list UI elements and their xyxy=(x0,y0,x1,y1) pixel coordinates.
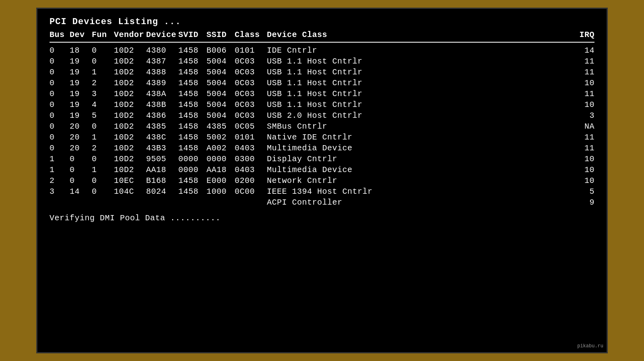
cell-dev: 0 xyxy=(70,154,92,164)
cell-devclass: USB 1.1 Host Cntrlr xyxy=(267,89,570,98)
header-devclass: Device Class xyxy=(267,30,570,39)
cell-fun xyxy=(92,198,114,207)
cell-ssid: 1000 xyxy=(206,187,235,196)
table-row: 020110D2438C145850020101Native IDE Cntrl… xyxy=(50,132,594,143)
cell-class: 0403 xyxy=(235,165,267,174)
cell-fun: 0 xyxy=(92,154,114,164)
cell-vendor: 104C xyxy=(114,187,146,196)
cell-ssid: AA18 xyxy=(206,165,235,174)
cell-ssid: 5004 xyxy=(206,57,235,66)
cell-ssid: E000 xyxy=(206,176,235,185)
cell-ssid: A002 xyxy=(206,144,235,153)
cell-dev: 19 xyxy=(70,111,92,120)
cell-bus: 0 xyxy=(50,46,70,55)
cell-svid: 1458 xyxy=(178,100,206,109)
cell-irq: 5 xyxy=(570,187,594,196)
cell-fun: 0 xyxy=(92,176,114,185)
screen-title: PCI Devices Listing ... xyxy=(50,17,594,27)
table-row: 019410D2438B145850040C03USB 1.1 Host Cnt… xyxy=(50,99,594,110)
cell-ssid: 5004 xyxy=(206,78,235,88)
cell-devclass: Multimedia Device xyxy=(267,144,570,153)
cell-bus: 0 xyxy=(50,111,70,120)
cell-fun: 4 xyxy=(92,100,114,109)
cell-svid: 1458 xyxy=(178,78,206,88)
cell-ssid: 5004 xyxy=(206,111,235,120)
cell-vendor: 10D2 xyxy=(114,154,146,164)
cell-device: 4388 xyxy=(146,68,178,77)
cell-ssid: 5004 xyxy=(206,100,235,109)
cell-bus: 1 xyxy=(50,165,70,174)
cell-class: 0101 xyxy=(235,46,267,55)
cell-irq: 11 xyxy=(570,89,594,98)
cell-svid: 1458 xyxy=(178,187,206,196)
cell-dev: 20 xyxy=(70,144,92,153)
cell-class: 0C03 xyxy=(235,89,267,98)
cell-fun: 3 xyxy=(92,89,114,98)
cell-device: AA18 xyxy=(146,165,178,174)
cell-fun: 0 xyxy=(92,46,114,55)
cell-svid: 1458 xyxy=(178,144,206,153)
cell-devclass: USB 1.1 Host Cntrlr xyxy=(267,57,570,66)
cell-dev: 20 xyxy=(70,122,92,131)
cell-irq: 10 xyxy=(570,78,594,88)
cell-fun: 1 xyxy=(92,133,114,142)
cell-class: 0C03 xyxy=(235,111,267,120)
cell-ssid xyxy=(206,198,235,207)
cell-dev: 14 xyxy=(70,187,92,196)
cell-devclass: SMBus Cntrlr xyxy=(267,122,570,131)
cell-dev: 19 xyxy=(70,57,92,66)
cell-irq: 11 xyxy=(570,68,594,77)
cell-irq: 11 xyxy=(570,133,594,142)
cell-bus: 3 xyxy=(50,187,70,196)
cell-vendor: 10D2 xyxy=(114,46,146,55)
header-irq: IRQ xyxy=(570,30,594,39)
cell-dev: 20 xyxy=(70,133,92,142)
table-row: 020010D24385145843850C05SMBus CntrlrNA xyxy=(50,121,594,132)
table-row: 10110D2AA180000AA180403Multimedia Device… xyxy=(50,164,594,175)
cell-vendor: 10D2 xyxy=(114,68,146,77)
cell-dev: 0 xyxy=(70,176,92,185)
cell-fun: 2 xyxy=(92,144,114,153)
cell-dev: 19 xyxy=(70,89,92,98)
header-fun: Fun xyxy=(92,30,114,39)
cell-devclass: ACPI Controller xyxy=(267,198,570,207)
cell-class: 0403 xyxy=(235,144,267,153)
cell-vendor: 10D2 xyxy=(114,133,146,142)
header-dev: Dev xyxy=(70,30,92,39)
cell-class: 0300 xyxy=(235,154,267,164)
footer-text: Verifying DMI Pool Data .......... xyxy=(50,213,594,223)
cell-class: 0C00 xyxy=(235,187,267,196)
table-header: Bus Dev Fun Vendor Device SVID SSID Clas… xyxy=(50,30,594,43)
cell-bus: 0 xyxy=(50,122,70,131)
cell-devclass: USB 2.0 Host Cntrlr xyxy=(267,111,570,120)
cell-svid: 1458 xyxy=(178,89,206,98)
cell-vendor: 10D2 xyxy=(114,57,146,66)
cell-vendor: 10D2 xyxy=(114,78,146,88)
cell-irq: 10 xyxy=(570,154,594,164)
cell-irq: 10 xyxy=(570,165,594,174)
cell-irq: 11 xyxy=(570,57,594,66)
table-row: 3140104C8024145810000C00IEEE 1394 Host C… xyxy=(50,186,594,197)
cell-irq: 11 xyxy=(570,144,594,153)
cell-irq: 10 xyxy=(570,100,594,109)
cell-dev: 19 xyxy=(70,68,92,77)
header-device: Device xyxy=(146,30,178,39)
table-row: 018010D243801458B0060101IDE Cntrlr14 xyxy=(50,45,594,56)
cell-fun: 1 xyxy=(92,68,114,77)
cell-devclass: Native IDE Cntrlr xyxy=(267,133,570,142)
cell-ssid: 5002 xyxy=(206,133,235,142)
cell-class: 0C03 xyxy=(235,78,267,88)
table-row: 019210D24389145850040C03USB 1.1 Host Cnt… xyxy=(50,78,594,88)
table-row: ACPI Controller9 xyxy=(50,197,594,208)
cell-bus: 0 xyxy=(50,133,70,142)
cell-svid: 1458 xyxy=(178,122,206,131)
header-bus: Bus xyxy=(50,30,70,39)
bios-screen: PCI Devices Listing ... Bus Dev Fun Vend… xyxy=(36,8,608,353)
cell-devclass: IDE Cntrlr xyxy=(267,46,570,55)
cell-fun: 1 xyxy=(92,165,114,174)
cell-svid: 1458 xyxy=(178,111,206,120)
cell-class: 0200 xyxy=(235,176,267,185)
cell-class: 0C03 xyxy=(235,100,267,109)
cell-irq: 10 xyxy=(570,176,594,185)
cell-vendor xyxy=(114,198,146,207)
